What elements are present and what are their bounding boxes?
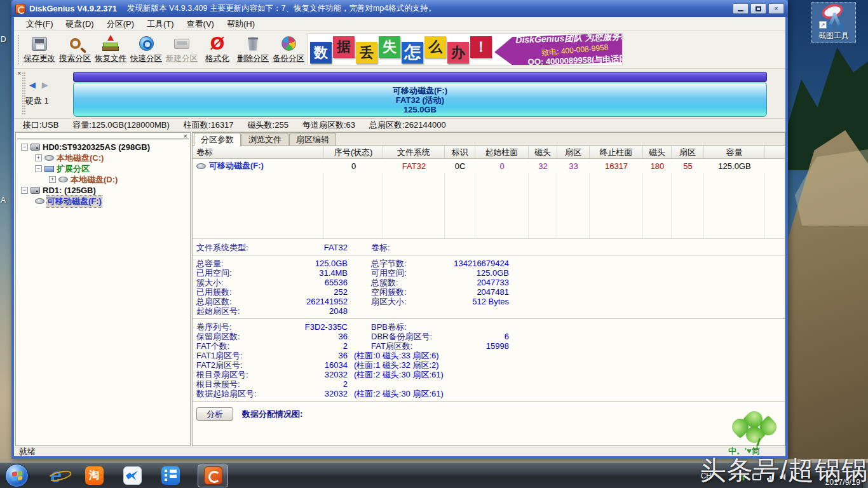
quick-partition-button[interactable]: 快速分区 xyxy=(128,31,164,68)
taskbar-app-internet-explorer[interactable]: e xyxy=(45,465,67,487)
partition-size: 125.0GB xyxy=(403,105,437,114)
toolbar-grip[interactable] xyxy=(18,35,20,64)
ad-tile: 数 xyxy=(310,42,332,64)
partition-icon xyxy=(44,155,54,161)
status-text: 就绪 xyxy=(19,446,36,458)
tree-item-rd1[interactable]: − RD1: (125GB) xyxy=(16,185,190,196)
taskbar-app-diskgenius[interactable] xyxy=(198,464,228,487)
watermark-text: 头条号/超锅锅 xyxy=(700,453,868,488)
expand-box-icon[interactable]: + xyxy=(49,176,56,183)
detail-value: FAT32 xyxy=(285,243,348,252)
panel-close-icon[interactable]: × xyxy=(17,70,21,77)
partition-icon xyxy=(58,177,68,182)
info-cylinders: 柱面数:16317 xyxy=(184,119,234,131)
tab-browse-files[interactable]: 浏览文件 xyxy=(241,133,288,146)
info-heads: 磁头数:255 xyxy=(248,119,288,131)
taskbar-app-taobao[interactable]: 淘 xyxy=(83,465,105,487)
analyze-button[interactable]: 分析 xyxy=(196,407,233,421)
tab-sector-edit[interactable]: 扇区编辑 xyxy=(289,133,336,146)
desktop-icon-snipping-tool[interactable]: ↗ 截图工具 xyxy=(811,2,856,43)
backup-partition-button[interactable]: 备份分区 xyxy=(271,31,306,68)
separator xyxy=(193,318,785,320)
info-sectors-per-track: 每道扇区数:63 xyxy=(302,119,355,131)
info-interface: 接口:USB xyxy=(23,119,58,131)
tree-close-icon[interactable]: × xyxy=(184,133,187,140)
tab-strip: 分区参数 浏览文件 扇区编辑 xyxy=(193,133,785,146)
partition-detail-panel: 分区参数 浏览文件 扇区编辑 卷标 序号(状态) 文件系统 标识 起始柱面 磁头… xyxy=(192,132,785,446)
hdd-icon xyxy=(31,187,40,194)
search-partition-button[interactable]: 搜索分区 xyxy=(57,31,93,68)
start-button[interactable] xyxy=(5,464,29,487)
tree-item-removable-disk-f[interactable]: 可移动磁盘(F:) xyxy=(16,196,190,207)
internet-explorer-icon: e xyxy=(50,466,61,485)
tab-partition-parameters[interactable]: 分区参数 xyxy=(194,133,241,146)
info-capacity: 容量:125.0GB(128000MB) xyxy=(72,119,169,131)
scissor-handle xyxy=(838,24,844,30)
backup-partition-icon xyxy=(280,36,297,52)
maximize-button[interactable] xyxy=(750,3,766,14)
separator xyxy=(193,401,785,402)
new-partition-button: 新建分区 xyxy=(164,31,200,68)
disk-bar[interactable] xyxy=(73,72,767,82)
scissor-handle xyxy=(827,24,833,30)
extended-partition-icon xyxy=(44,166,54,172)
detail-label: 卷标: xyxy=(371,243,454,252)
recover-files-button[interactable]: 恢复文件 xyxy=(93,31,128,68)
format-icon: Ø xyxy=(208,36,226,52)
prev-disk-arrow-icon[interactable]: ◀ xyxy=(29,80,37,90)
tree-item-local-disk-c[interactable]: + 本地磁盘(C:) xyxy=(16,152,190,163)
ad-banner[interactable]: 数 据 丢 失 怎 么 办 ！ DiskGenius团队 为您服务! 致电: 4… xyxy=(308,33,623,65)
delete-partition-button[interactable]: 删除分区 xyxy=(235,31,271,68)
desktop-wallpaper: D A ↗ 截图工具 DiskGenius V4.9.2.371 发现新版本 V… xyxy=(0,0,868,488)
save-changes-button[interactable]: 保存更改 xyxy=(22,31,57,68)
tree-item-local-disk-d[interactable]: + 本地磁盘(D:) xyxy=(16,174,190,185)
separator xyxy=(193,255,785,256)
delete-partition-icon xyxy=(244,36,262,52)
minimize-button[interactable] xyxy=(733,3,749,14)
panel-grip[interactable] xyxy=(22,72,25,114)
filesystem-details: 文件系统类型: FAT32 卷标: 总容量:125.0GB总字节数:134216… xyxy=(193,239,785,421)
update-notice: 发现新版本 V4.9.3.409 主要更新内容如下：7、恢复文件功能，完善对mp… xyxy=(127,3,436,14)
taskbar-app-thunder[interactable] xyxy=(121,465,143,487)
disk-label: 硬盘 1 xyxy=(25,95,49,107)
allocation-map-label: 数据分配情况图: xyxy=(242,409,302,420)
title-bar[interactable]: DiskGenius V4.9.2.371 发现新版本 V4.9.3.409 主… xyxy=(11,0,788,17)
shortcut-arrow-icon: ↗ xyxy=(819,21,827,29)
toolbar: 保存更改 搜索分区 恢复文件 快速分区 新建分区 Ø xyxy=(14,31,785,69)
scissors-icon: ↗ xyxy=(819,4,848,30)
ad-slogan-tiles: 数 据 丢 失 怎 么 办 ！ xyxy=(308,39,492,60)
recover-files-icon xyxy=(102,36,119,52)
collapse-box-icon[interactable]: − xyxy=(35,165,42,172)
collapse-box-icon[interactable]: − xyxy=(21,144,28,151)
menu-tools[interactable]: 工具(T) xyxy=(141,17,180,31)
partition-row-removable-f[interactable]: 可移动磁盘(F:) 0 FAT32 0C 0 32 33 16317 180 5… xyxy=(193,159,785,173)
taskbar-app-video-player[interactable] xyxy=(159,465,181,487)
info-total-sectors: 总扇区数:262144000 xyxy=(369,119,446,131)
diskgenius-window: DiskGenius V4.9.2.371 发现新版本 V4.9.3.409 主… xyxy=(11,0,788,459)
partition-name: 可移动磁盘(F:) xyxy=(393,86,447,95)
ad-tile: 办 xyxy=(447,42,469,64)
ad-tile: 失 xyxy=(379,36,400,58)
tree-panel-header xyxy=(17,134,189,140)
expand-box-icon[interactable]: + xyxy=(35,154,42,161)
menu-partition[interactable]: 分区(P) xyxy=(101,17,140,31)
hdd-icon xyxy=(31,144,40,151)
menu-disk[interactable]: 硬盘(D) xyxy=(60,17,100,31)
partition-table-header: 卷标 序号(状态) 文件系统 标识 起始柱面 磁头 扇区 终止柱面 磁头 扇区 … xyxy=(193,146,785,159)
menu-file[interactable]: 文件(F) xyxy=(20,17,59,31)
disk-graphic-panel: × ◀ ▶ 硬盘 1 可移动磁盘(F:) FAT32 (活动) 125.0GB xyxy=(14,69,785,119)
next-disk-arrow-icon[interactable]: ▶ xyxy=(42,80,50,90)
format-button[interactable]: Ø 格式化 xyxy=(200,31,235,68)
close-button[interactable]: × xyxy=(768,3,784,14)
tree-item-extended-partition[interactable]: − 扩展分区 xyxy=(16,163,190,174)
ad-tile: 么 xyxy=(424,36,446,58)
partition-icon xyxy=(196,163,206,169)
save-icon xyxy=(31,36,48,52)
collapse-box-icon[interactable]: − xyxy=(21,187,28,194)
new-partition-icon xyxy=(173,36,191,52)
partition-bar-removable-f[interactable]: 可移动磁盘(F:) FAT32 (活动) 125.0GB xyxy=(73,83,767,117)
menu-help[interactable]: 帮助(H) xyxy=(221,17,261,31)
tree-item-hd0[interactable]: − HD0:ST9320325AS (298GB) xyxy=(16,142,190,152)
ad-tile: 怎 xyxy=(402,42,423,64)
menu-view[interactable]: 查看(V) xyxy=(181,17,220,31)
